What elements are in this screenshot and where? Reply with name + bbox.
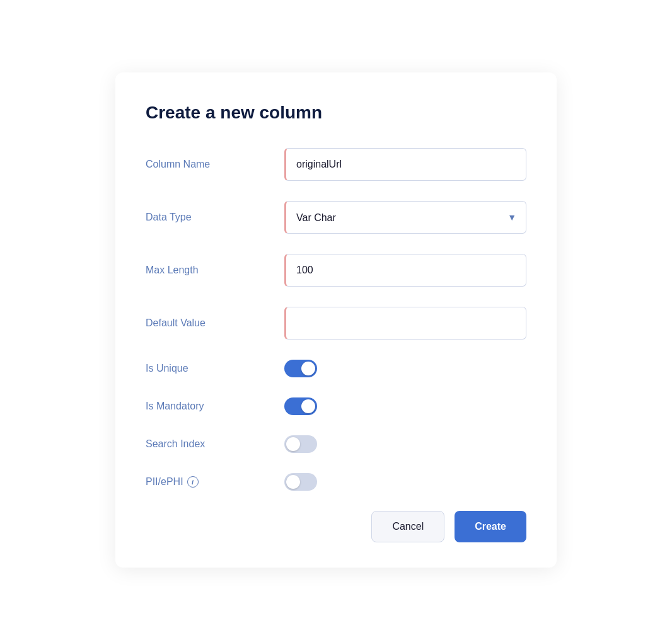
button-row: Cancel Create — [146, 511, 526, 542]
create-button[interactable]: Create — [455, 511, 526, 542]
is-mandatory-toggle-wrapper — [284, 397, 317, 415]
search-index-label: Search Index — [146, 438, 284, 450]
is-mandatory-group: Is Mandatory — [146, 397, 526, 415]
is-unique-group: Is Unique — [146, 360, 526, 377]
search-index-thumb — [286, 437, 300, 451]
pii-ephi-group: PII/ePHI i — [146, 473, 526, 491]
search-index-toggle-wrapper — [284, 435, 317, 453]
is-mandatory-toggle[interactable] — [284, 397, 317, 415]
search-index-group: Search Index — [146, 435, 526, 453]
column-name-input[interactable] — [284, 148, 526, 181]
pii-ephi-toggle[interactable] — [284, 473, 317, 491]
is-unique-toggle-wrapper — [284, 360, 317, 377]
default-value-label: Default Value — [146, 317, 284, 329]
is-unique-thumb — [301, 362, 315, 375]
data-type-select-wrapper: Var Char Integer Boolean Date Float Text… — [284, 201, 526, 234]
data-type-group: Data Type Var Char Integer Boolean Date … — [146, 201, 526, 234]
column-name-group: Column Name — [146, 148, 526, 181]
pii-ephi-toggle-wrapper — [284, 473, 317, 491]
max-length-input[interactable] — [284, 254, 526, 287]
pii-ephi-thumb — [286, 475, 300, 489]
cancel-button[interactable]: Cancel — [371, 511, 444, 542]
info-icon[interactable]: i — [187, 476, 199, 488]
default-value-input[interactable] — [284, 307, 526, 340]
modal-title: Create a new column — [146, 103, 526, 123]
search-index-toggle[interactable] — [284, 435, 317, 453]
is-mandatory-label: Is Mandatory — [146, 401, 284, 412]
is-unique-label: Is Unique — [146, 363, 284, 374]
is-mandatory-thumb — [301, 399, 315, 413]
max-length-group: Max Length — [146, 254, 526, 287]
default-value-group: Default Value — [146, 307, 526, 340]
column-name-label: Column Name — [146, 159, 284, 170]
max-length-label: Max Length — [146, 265, 284, 276]
data-type-label: Data Type — [146, 212, 284, 223]
pii-ephi-label: PII/ePHI i — [146, 476, 284, 488]
data-type-select[interactable]: Var Char Integer Boolean Date Float Text — [284, 201, 526, 234]
is-unique-toggle[interactable] — [284, 360, 317, 377]
create-column-modal: Create a new column Column Name Data Typ… — [115, 72, 557, 568]
